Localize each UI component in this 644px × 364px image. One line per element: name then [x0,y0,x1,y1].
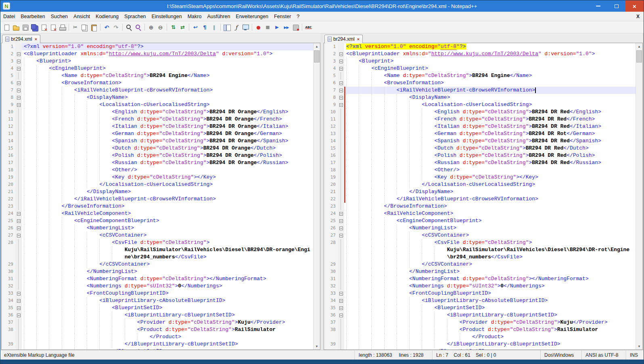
scroll-up-icon[interactable]: ▲ [314,43,320,50]
menu-item-[interactable]: ? [294,12,302,21]
fold-collapse-icon[interactable] [339,234,343,237]
close-file-icon[interactable] [39,23,48,32]
right-tab-bar: br294.xml × [324,33,643,43]
zoom-out-icon[interactable]: ⊖ [156,23,165,32]
menu-item-kodierung[interactable]: Kodierung [93,12,121,21]
fold-collapse-icon[interactable] [339,89,343,92]
menu-item-datei[interactable]: Datei [0,12,18,21]
file-monitor-icon[interactable] [241,23,250,32]
maximize-button[interactable] [607,0,625,12]
print-icon[interactable] [58,23,67,32]
fold-collapse-icon[interactable] [339,227,343,230]
fold-collapse-icon[interactable] [339,103,343,107]
scroll-down-icon[interactable]: ▼ [636,343,642,349]
open-file-icon[interactable] [11,23,21,32]
fold-collapse-icon[interactable] [339,96,343,100]
scroll-up-icon[interactable]: ▲ [636,43,642,50]
line-number: 35 [324,304,338,312]
fold-collapse-icon[interactable] [17,292,21,295]
fold-collapse-icon[interactable] [17,299,21,303]
tab-br294-xml-left[interactable]: br294.xml × [2,35,40,43]
fold-collapse-icon[interactable] [17,306,21,310]
fold-collapse-icon[interactable] [17,219,21,223]
sync-vertical-scroll-icon[interactable]: ⇅ [169,23,178,32]
find-icon[interactable] [124,23,134,32]
scroll-down-icon[interactable]: ▼ [314,343,320,349]
fold-collapse-icon[interactable] [17,103,21,107]
fold-collapse-icon[interactable] [17,89,21,92]
fold-collapse-icon[interactable] [339,299,343,303]
menu-item-suchen[interactable]: Suchen [48,12,71,21]
vertical-scrollbar-right[interactable]: ▲ ▼ [636,43,642,349]
indent-guide-icon[interactable]: ∥ [209,23,219,32]
zoom-in-icon[interactable]: ⊕ [146,23,156,32]
fold-collapse-icon[interactable] [17,67,21,71]
scrollbar-track[interactable] [636,50,642,343]
cut-icon[interactable]: ✂ [71,23,80,32]
show-all-characters-icon[interactable]: ¶ [200,23,209,32]
status-eol-format[interactable]: Dos\Windows [540,350,581,360]
paste-icon[interactable] [89,23,98,32]
fold-collapse-icon[interactable] [17,96,21,100]
tab-close-icon[interactable]: × [357,37,360,42]
run-macro-multiple-icon[interactable]: ▶▶ [282,23,291,32]
menu-item-ansicht[interactable]: Ansicht [71,12,93,21]
fold-collapse-icon[interactable] [339,81,343,85]
fold-collapse-icon[interactable] [17,234,21,237]
tab-br294-xml-right[interactable]: br294.xml × [324,35,363,43]
menu-item-bearbeiten[interactable]: Bearbeiten [18,12,48,21]
scrollbar-track[interactable] [314,50,320,343]
status-encoding[interactable]: ANSI as UTF-8 [581,350,626,360]
pane-splitter[interactable] [320,33,324,350]
menu-item-ausfhren[interactable]: Ausführen [204,12,233,21]
fold-collapse-icon[interactable] [339,60,343,63]
fold-collapse-icon[interactable] [339,292,343,295]
menu-item-fenster[interactable]: Fenster [271,12,294,21]
menu-item-makro[interactable]: Makro [185,12,205,21]
fold-collapse-icon[interactable] [17,81,21,85]
line-number: 37 [324,319,338,326]
fold-collapse-icon[interactable] [17,60,21,63]
copy-icon[interactable] [80,23,89,32]
replace-icon[interactable] [134,23,143,32]
save-all-icon[interactable] [30,23,39,32]
scrollbar-thumb[interactable] [636,50,642,62]
fold-collapse-icon[interactable] [339,219,343,223]
fold-collapse-icon[interactable] [17,227,21,230]
function-list-icon[interactable]: ƒ [232,23,241,32]
save-file-icon[interactable] [21,23,30,32]
record-macro-icon[interactable]: ● [254,23,263,32]
menu-item-erweiterungen[interactable]: Erweiterungen [233,12,271,21]
menu-close-button[interactable]: X [632,14,644,19]
menu-item-sprachen[interactable]: Sprachen [121,12,149,21]
fold-collapse-icon[interactable] [339,52,343,56]
menu-item-einstellungen[interactable]: Einstellungen [149,12,185,21]
code-editor-surface-left[interactable]: 1<?xml version="1.0" encoding="utf-8"?>2… [2,43,313,349]
code-text: <German d:type="cDeltaString">BR294 DR R… [344,130,636,137]
spell-check-icon[interactable]: ABC [304,23,313,32]
vertical-scrollbar-left[interactable]: ▲ ▼ [313,43,320,349]
redo-icon[interactable]: ↷ [111,23,121,32]
fold-collapse-icon[interactable] [17,314,21,317]
tab-close-icon[interactable]: × [35,37,37,42]
word-wrap-icon[interactable]: ↩ [191,23,200,32]
fold-collapse-icon[interactable] [17,212,21,216]
play-macro-icon[interactable]: ▶ [272,23,282,32]
fold-collapse-icon[interactable] [339,67,343,71]
close-button[interactable]: × [625,0,644,12]
sync-horizontal-scroll-icon[interactable]: ⇄ [178,23,187,32]
fold-collapse-icon[interactable] [339,212,343,216]
save-macro-icon[interactable] [291,23,300,32]
fold-collapse-icon[interactable] [339,314,343,317]
new-file-icon[interactable] [2,23,11,32]
stop-macro-icon[interactable]: ■ [263,23,272,32]
minimize-button[interactable] [589,0,607,12]
close-all-icon[interactable] [48,23,58,32]
status-insert-mode[interactable]: INS [626,350,644,360]
undo-icon[interactable]: ↶ [102,23,111,32]
code-editor-surface-right[interactable]: 1<?xml version="1.0" encoding="utf-8"?>2… [324,43,636,349]
fold-collapse-icon[interactable] [339,306,343,310]
document-map-icon[interactable] [222,23,232,32]
fold-collapse-icon[interactable] [17,52,21,56]
scrollbar-thumb[interactable] [314,50,320,62]
